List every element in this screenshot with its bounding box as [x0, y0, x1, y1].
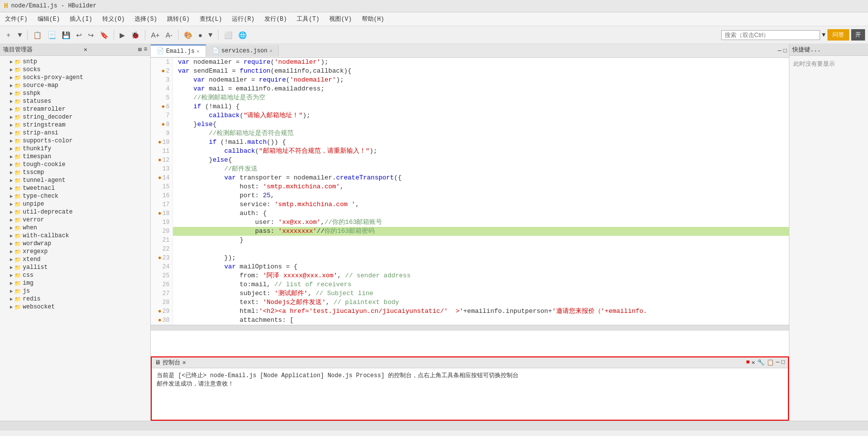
sidebar-item-img[interactable]: ▶📁img [0, 279, 150, 287]
menu-escape[interactable]: 转义(O) [97, 13, 130, 25]
right-panel-header: 快捷键... [789, 44, 868, 56]
code-editor[interactable]: 1 var nodemailer = require('nodemailer')… [151, 58, 789, 356]
code-line-29: ●29 html:'<h2><a href='test.jiucaiyun.cn… [151, 307, 789, 316]
search-input[interactable] [721, 30, 820, 40]
line-num-29: ●29 [151, 307, 173, 316]
console-icon3[interactable]: 📋 [767, 359, 774, 366]
line-num-16: 16 [151, 191, 173, 200]
sidebar-item-xtend[interactable]: ▶📁xtend [0, 256, 150, 263]
sidebar-item-streamroller[interactable]: ▶📁streamroller [0, 105, 150, 113]
sidebar-item-yallist[interactable]: ▶📁yallist [0, 263, 150, 271]
tab-bar: 📄 Email.js ✕ 📄 services.json ✕ — □ [151, 44, 789, 58]
search-dropdown-icon[interactable]: ▼ [822, 32, 825, 39]
line-content-8: }else{ [173, 120, 789, 129]
console-close-icon[interactable]: ✕ [182, 359, 186, 366]
toolbar-paste[interactable]: 📃 [45, 30, 58, 40]
toolbar-font-down[interactable]: A- [164, 30, 174, 40]
sidebar-item-timespan[interactable]: ▶📁timespan [0, 153, 150, 161]
toolbar-new[interactable]: ＋ [3, 30, 14, 41]
sidebar-close-icon[interactable]: ✕ [84, 46, 87, 53]
toolbar-phone[interactable]: 🌐 [236, 30, 249, 40]
console-icon2[interactable]: 🔧 [757, 359, 765, 366]
menu-file[interactable]: 文件(F) [0, 13, 33, 25]
sidebar-item-unpipe[interactable]: ▶📁unpipe [0, 200, 150, 208]
sidebar-item-stringstream[interactable]: ▶📁stringstream [0, 121, 150, 129]
sidebar-item-websocket[interactable]: ▶📁websocket [0, 303, 150, 311]
toolbar-undo[interactable]: ↩ [74, 30, 84, 40]
toolbar-sep1 [27, 30, 28, 40]
sidebar-icon1[interactable]: ⊞ [138, 46, 142, 53]
menu-jump[interactable]: 跳转(G) [162, 13, 195, 25]
toolbar-mark[interactable]: 🔖 [98, 30, 110, 40]
sidebar-item-statuses[interactable]: ▶📁statuses [0, 97, 150, 105]
sidebar-icon2[interactable]: ≡ [144, 46, 147, 53]
tab-minimize-icon[interactable]: — [778, 47, 781, 54]
toolbar-font-up[interactable]: A+ [149, 30, 162, 40]
console-minimize[interactable]: — [776, 359, 780, 366]
tab-email-close[interactable]: ✕ [197, 48, 200, 54]
menu-find[interactable]: 查找(L) [195, 13, 227, 25]
qa-button[interactable]: 问答 [827, 29, 849, 41]
sidebar-item-wordwrap[interactable]: ▶📁wordwrap [0, 240, 150, 248]
sidebar-item-tunnel-agent[interactable]: ▶📁tunnel-agent [0, 176, 150, 184]
sidebar-item-supports-color[interactable]: ▶📁supports-color [0, 137, 150, 145]
tab-services-json[interactable]: 📄 services.json ✕ [206, 45, 279, 56]
sidebar-item-socks-proxy-agent[interactable]: ▶📁socks-proxy-agent [0, 74, 150, 82]
sidebar-item-xregexp[interactable]: ▶📁xregexp [0, 248, 150, 256]
app-icon: H [4, 2, 8, 10]
sidebar-item-verror[interactable]: ▶📁verror [0, 216, 150, 224]
sidebar-item-sshpk[interactable]: ▶📁sshpk [0, 89, 150, 97]
console-area: 🖥 控制台 ✕ ■ ✕ 🔧 📋 — □ 当前是 [<已终止> node-Emai… [151, 356, 789, 421]
sidebar-item-sntp[interactable]: ▶📁sntp [0, 58, 150, 66]
line-num-30: ●30 [151, 316, 173, 325]
tab-email-js[interactable]: 📄 Email.js ✕ [151, 44, 206, 57]
tab-services-close[interactable]: ✕ [269, 48, 272, 54]
toolbar-save[interactable]: 💾 [60, 30, 72, 40]
menu-run[interactable]: 运行(R) [227, 13, 260, 25]
sidebar-item-with-callback[interactable]: ▶📁with-callback [0, 232, 150, 240]
menu-publish[interactable]: 发行(B) [260, 13, 292, 25]
sidebar-item-socks[interactable]: ▶📁socks [0, 66, 150, 74]
menu-select[interactable]: 选择(S) [130, 13, 162, 25]
code-line-8: ●8 }else{ [151, 120, 789, 129]
toolbar-run[interactable]: ▶ [118, 30, 127, 40]
menu-edit[interactable]: 编辑(E) [33, 13, 65, 25]
line-num-25: 25 [151, 271, 173, 280]
sidebar-item-css[interactable]: ▶📁css [0, 271, 150, 279]
line-content-10: if (!mail.match()) { [173, 138, 789, 147]
menu-insert[interactable]: 插入(I) [65, 13, 97, 25]
console-clear-icon[interactable]: ✕ [751, 359, 755, 366]
sidebar-item-when[interactable]: ▶📁when [0, 224, 150, 232]
menu-help[interactable]: 帮助(H) [357, 13, 390, 25]
sidebar-item-tweetnacl[interactable]: ▶📁tweetnacl [0, 184, 150, 192]
toolbar-more[interactable]: ● [196, 30, 204, 40]
code-line-3: 3 var nodemailer = require('nodemailer')… [151, 76, 789, 85]
toolbar-copy[interactable]: 📋 [31, 30, 43, 40]
sidebar-item-source-map[interactable]: ▶📁source-map [0, 82, 150, 89]
console-stop-icon[interactable]: ■ [746, 359, 749, 366]
sidebar-item-type-check[interactable]: ▶📁type-check [0, 192, 150, 200]
sidebar-item-util-deprecate[interactable]: ▶📁util-deprecate [0, 208, 150, 216]
sidebar-item-thunkify[interactable]: ▶📁thunkify [0, 145, 150, 153]
menu-tools[interactable]: 工具(T) [292, 13, 324, 25]
open-button[interactable]: 开 [851, 29, 865, 41]
sidebar-item-tough-cookie[interactable]: ▶📁tough-cookie [0, 161, 150, 169]
sidebar-item-redis[interactable]: ▶📁redis [0, 295, 150, 303]
toolbar-browser[interactable]: ⬜ [222, 30, 234, 40]
sidebar-item-string_decoder[interactable]: ▶📁string_decoder [0, 113, 150, 121]
line-num-10: ●10 [151, 138, 173, 147]
menu-view[interactable]: 视图(V) [324, 13, 357, 25]
horizontal-scrollbar[interactable] [151, 325, 789, 331]
sidebar-item-strip-ansi[interactable]: ▶📁strip-ansi [0, 129, 150, 137]
toolbar-palette[interactable]: 🎨 [182, 30, 194, 40]
console-maximize[interactable]: □ [781, 359, 785, 366]
line-num-7: 7 [151, 111, 173, 120]
line-num-17: 17 [151, 200, 173, 209]
toolbar-redo[interactable]: ↪ [86, 30, 96, 40]
tab-bar-actions: — □ [778, 47, 789, 54]
toolbar-debug[interactable]: 🐞 [129, 30, 141, 40]
sidebar-item-js[interactable]: ▶📁js [0, 287, 150, 295]
sidebar-item-tsscmp[interactable]: ▶📁tsscmp [0, 169, 150, 176]
tab-maximize-icon[interactable]: □ [783, 47, 787, 54]
line-content-24: var mailOptions = { [173, 262, 789, 271]
